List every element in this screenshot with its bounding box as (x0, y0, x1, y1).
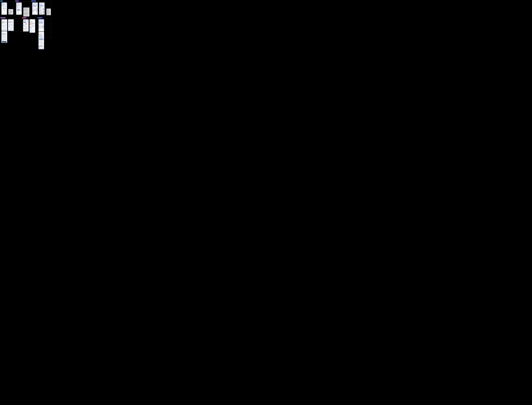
included-link[interactable]: See what is included in each service. (2, 29, 6, 31)
welcome-title: Welcome (2, 8, 7, 9)
phone-input[interactable] (2, 10, 6, 11)
phone-detail-s3: ‹ Find out more about the Cleaning Now s… (1, 31, 7, 43)
option-illustration (39, 48, 41, 49)
service-chips: Complete Cleaning Quick Cleaning Cleanin… (17, 6, 21, 8)
service-chip[interactable]: Complete Cleaning (17, 6, 18, 8)
chevron-right-icon: › (28, 29, 28, 30)
start-button[interactable]: Start (2, 41, 7, 42)
back-button[interactable]: ‹ (40, 3, 41, 4)
location-my-home[interactable]: My Home (32, 9, 34, 12)
svg-point-5 (20, 7, 20, 7)
tab-booked[interactable]: ▤Booked (24, 22, 26, 23)
avatar[interactable] (24, 20, 25, 21)
phone-detail-s1: ‹ Find out more about the Complete Clean… (1, 19, 7, 31)
apple-login-button[interactable] (5, 12, 6, 13)
warning-icon: ⚠ (9, 28, 9, 28)
service-chip[interactable]: Condo Cleaning (21, 6, 22, 8)
back-button[interactable]: ‹ (39, 20, 40, 21)
edit-icon[interactable]: ✎ (34, 28, 35, 28)
bottom-nav: ⌂Home ☰Requests ◇Book ☺Questions (16, 13, 22, 15)
included-link[interactable]: See what is included in each service. (2, 40, 6, 41)
bell-icon[interactable]: 🔔 (20, 3, 21, 4)
service-chip[interactable]: Cleaning Now! (19, 6, 20, 8)
phone-input-group[interactable]: › (2, 10, 7, 11)
clipboard-icon: ☰ (18, 13, 19, 14)
card-desc: This service goes far beyond superficial… (17, 12, 20, 13)
nav-book[interactable]: ◇Book (41, 30, 42, 31)
nav-requests[interactable]: ☰Requests (18, 13, 19, 14)
nav-requests[interactable]: ☰Requests (34, 13, 35, 14)
back-button[interactable]: ‹ (33, 3, 34, 4)
tab-history[interactable]: ↻History (26, 22, 29, 23)
nav-home[interactable]: ⌂Home (32, 13, 33, 14)
back-button[interactable]: ‹ (2, 20, 3, 20)
choose-button[interactable]: Choose (40, 12, 42, 13)
location-pin-icon[interactable]: ⌖ (27, 20, 27, 21)
back-button[interactable]: ‹ (39, 32, 40, 34)
service-chip[interactable]: Quick Cleaning (18, 6, 19, 8)
service-card-complete[interactable]: Complete Cleaning Duration: 6 to 8 hours… (17, 8, 20, 13)
sparkle-icon: ◇ (19, 13, 20, 14)
booked-thumb (24, 29, 25, 30)
clock-icon: ↻ (27, 22, 27, 22)
detail-title: Find out more about the Quick Cleaning s… (8, 21, 13, 23)
info-icon: ? (2, 29, 2, 30)
nav-requests[interactable]: ☰Requests (40, 30, 41, 31)
phone-home: Hi, Maria ⌖ 🔔 Which service do you need?… (16, 2, 22, 15)
option-complete[interactable]: Limpeza completa (39, 48, 41, 49)
resume-button[interactable]: Professional Resume (32, 25, 35, 26)
nav-book[interactable]: ◇Book (35, 13, 36, 14)
chevron-right-icon: › (28, 25, 28, 26)
booked-item[interactable]: Cleaning Now! 📅 Wednesday, March 29 🕘 11… (24, 27, 28, 31)
bell-icon[interactable]: 🔔 (27, 20, 28, 21)
nav-questions[interactable]: ☺Questions (42, 30, 44, 31)
avatar[interactable] (17, 3, 18, 4)
detail-title: Find out more about the Complete Cleanin… (2, 21, 7, 24)
back-button[interactable]: ‹ (2, 32, 3, 32)
location-condo[interactable]: Condo (35, 9, 38, 12)
choose-button[interactable]: Choose (40, 9, 42, 10)
info-icon: ? (8, 30, 9, 30)
condo-desc: Whether it is a residential, commercial … (39, 40, 43, 43)
choose-prompt: We have two cleaning methods. Choose the… (39, 45, 43, 47)
back-button[interactable]: ‹ (30, 20, 31, 21)
choose-button[interactable]: Choose (40, 14, 42, 15)
loc-label: My Home (39, 28, 41, 28)
booked-item[interactable]: Complete Cleaning 📅 Monday, March 27th 🕘… (24, 23, 28, 27)
nav-home[interactable]: ⌂Home (39, 30, 40, 31)
booked-time: 🕘 11:00 – 17:30 (25, 30, 28, 30)
book-callout: Now, after the complete information abou… (47, 9, 51, 15)
included-link[interactable]: See what is included in each service. (8, 30, 13, 31)
location-condo[interactable]: Condo (42, 25, 44, 28)
duration: Service duration: 6 to 8 hours (2, 27, 7, 27)
nav-book[interactable]: ◇Book (19, 13, 20, 14)
booked-time: 🕘 09:00 – 09:30 (25, 25, 28, 26)
nav-questions[interactable]: ☺Questions (20, 13, 21, 14)
value: October 27, 2023 (Friday) (30, 31, 35, 31)
method-row: Complete Cleaning Duration: 6 to 8 hours… (40, 7, 44, 10)
detail-desc: This service goes far beyond superficial… (2, 25, 7, 27)
option-illustration (42, 48, 44, 49)
card-desc: In a matter of hours, your home goes fro… (21, 11, 22, 13)
method-illustration (43, 13, 44, 15)
label: Service modality (30, 27, 35, 27)
back-button[interactable]: ‹ (8, 20, 9, 20)
value: Rua Aliança Operária, 88, 2º andar, Ajud… (30, 32, 35, 33)
booked-item[interactable]: Quick Cleaning 📅 Monday, April 1st 🕘 09:… (24, 31, 28, 32)
svg-point-7 (21, 7, 21, 7)
greeting: Hi, Maria (25, 20, 27, 21)
option-partial[interactable]: Limpeza parcial (42, 48, 44, 49)
google-login-button[interactable]: G (3, 12, 4, 13)
location-pin-icon[interactable]: ⌖ (20, 3, 20, 4)
home-callout: Unlike the sketches, where I considered … (23, 7, 29, 17)
service-card-quick[interactable]: Quick Cleaning In a matter of hours, you… (21, 8, 22, 13)
location-my-home[interactable]: My Home (39, 25, 41, 28)
welcome-subtitle: Register for free or log in (2, 9, 7, 9)
card-title: Quick Cleaning (21, 11, 22, 11)
nav-home[interactable]: ⌂Home (16, 13, 17, 14)
svg-point-3 (19, 7, 19, 7)
greeting: Hi, Maria (18, 3, 20, 4)
nav-questions[interactable]: ☺Questions (36, 13, 38, 14)
loc-label: My Home (32, 11, 34, 12)
house-icon (39, 25, 41, 27)
